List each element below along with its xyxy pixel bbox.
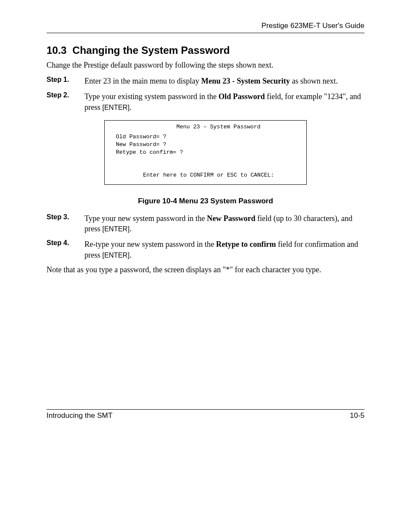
step-3-key: [ENTER] — [103, 225, 130, 233]
step-4-key: [ENTER] — [103, 252, 130, 259]
step-4: Step 4. Re-type your new system password… — [47, 239, 364, 260]
step-2-text-3: . — [130, 103, 132, 112]
menu-footer: Enter here to CONFIRM or ESC to CANCEL: — [110, 171, 301, 179]
step-1: Step 1. Enter 23 in the main menu to dis… — [47, 76, 364, 86]
intro-paragraph: Change the Prestige default password by … — [47, 61, 364, 70]
menu-screenshot: Menu 23 – System Password Old Password= … — [104, 120, 307, 185]
step-1-body: Enter 23 in the main menu to display Men… — [84, 76, 364, 86]
step-2: Step 2. Type your existing system passwo… — [47, 91, 364, 112]
figure-caption: Figure 10-4 Menu 23 System Password — [47, 197, 364, 205]
footer-left: Introducing the SMT — [47, 411, 112, 420]
page-footer: Introducing the SMT 10-5 — [47, 409, 364, 420]
menu-line-new-password: New Password= ? — [116, 141, 301, 149]
step-2-body: Type your existing system password in th… — [84, 91, 364, 112]
footer-page-number: 10-5 — [350, 411, 364, 420]
header-divider — [47, 33, 364, 33]
step-4-text-1: Re-type your new system password in the — [84, 240, 216, 249]
footer-divider — [47, 409, 364, 410]
section-number: 10.3 — [47, 44, 67, 56]
header-guide-title: Prestige 623ME-T User's Guide — [47, 22, 364, 33]
step-3-label: Step 3. — [47, 213, 84, 234]
menu-line-old-password: Old Password= ? — [116, 133, 301, 141]
menu-body: Old Password= ? New Password= ? Retype t… — [110, 133, 301, 156]
step-2-text-1: Type your existing system password in th… — [84, 92, 218, 101]
step-2-key: [ENTER] — [103, 104, 130, 111]
step-1-bold-1: Menu 23 - System Security — [201, 77, 290, 85]
figure-container: Menu 23 – System Password Old Password= … — [47, 120, 364, 185]
step-3-body: Type your new system password in the New… — [84, 213, 364, 234]
section-title: Changing the System Password — [72, 44, 230, 56]
section-heading: 10.3 Changing the System Password — [47, 44, 364, 56]
step-3: Step 3. Type your new system password in… — [47, 213, 364, 234]
step-1-text-1: Enter 23 in the main menu to display — [84, 77, 201, 85]
note-paragraph: Note that as you type a password, the sc… — [47, 265, 364, 274]
step-2-bold-1: Old Password — [218, 92, 265, 101]
step-1-label: Step 1. — [47, 76, 84, 86]
step-4-body: Re-type your new system password in the … — [84, 239, 364, 260]
menu-line-retype: Retype to confirm= ? — [116, 149, 301, 156]
step-2-label: Step 2. — [47, 91, 84, 112]
step-4-label: Step 4. — [47, 239, 84, 260]
step-4-text-3: . — [130, 251, 132, 259]
step-3-bold-1: New Password — [207, 214, 255, 223]
step-3-text-3: . — [130, 224, 132, 233]
step-1-text-2: as shown next. — [290, 77, 338, 85]
step-3-text-1: Type your new system password in the — [84, 214, 207, 223]
step-4-bold-1: Retype to confirm — [216, 240, 276, 249]
menu-title: Menu 23 – System Password — [110, 123, 301, 131]
